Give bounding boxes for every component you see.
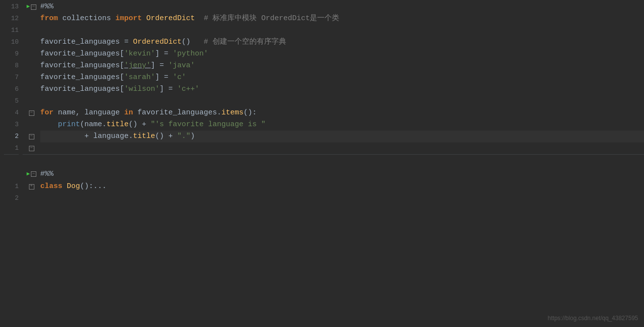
ln-1: 1 [15, 142, 19, 154]
method-title-2: title [133, 131, 155, 142]
code-line-11 [40, 25, 644, 36]
kw-import: import [115, 13, 142, 24]
for-colon: (): [243, 107, 257, 118]
class-dog: Dog [67, 181, 80, 192]
str-jeny: 'jeny' [124, 60, 151, 71]
indent-2: + language. [40, 131, 133, 142]
fold-minus-bottom[interactable]: − [31, 171, 36, 177]
gutter-5 [23, 95, 40, 107]
space3 [195, 13, 204, 24]
ln-b1: 1 [15, 181, 19, 192]
gutter-10 [23, 36, 40, 48]
code-line-1 [40, 142, 644, 154]
fold-minus-1[interactable]: − [29, 146, 34, 151]
indent-3 [40, 119, 58, 130]
ln-2: 2 [15, 131, 19, 142]
gutter-class[interactable]: + [23, 181, 40, 192]
code-area: 13 12 11 10 9 8 7 6 5 4 3 2 1 1 2 ▶ − [0, 0, 644, 327]
run-button-bottom[interactable]: ▶ [27, 170, 30, 178]
str-wilson: 'wilson' [124, 83, 160, 95]
var-8: favorite_languages[ [40, 60, 124, 71]
code-line-3: print (name. title () + "'s favorite lan… [40, 119, 644, 131]
space2 [142, 13, 146, 24]
str-fav-lang: "'s favorite language is " [151, 119, 266, 130]
fold-minus-for[interactable]: − [29, 110, 34, 116]
kw-for: for [40, 107, 54, 118]
ln-11: 11 [11, 25, 19, 36]
eq-8: ] = [151, 60, 168, 71]
run-button-top[interactable]: ▶ [27, 2, 30, 11]
code-line-bottom-header: #%% [40, 167, 644, 181]
gutter-12 [23, 13, 40, 25]
ln-4: 4 [15, 107, 19, 119]
line2-rest: () + [155, 131, 177, 142]
gutter-div [23, 154, 40, 167]
for-vars: name, language [54, 107, 124, 118]
gutter-7 [23, 72, 40, 83]
code-line-2: + language. title () + "." ) [40, 131, 644, 142]
str-kevin: 'kevin' [124, 48, 155, 59]
method-title-3: title [107, 119, 129, 130]
code-lines: #%% from collections import OrderedDict … [40, 0, 644, 327]
str-c: 'c' [173, 72, 186, 83]
print-args-3: () + [129, 119, 151, 130]
kw-from: from [40, 13, 58, 24]
print-open: (name. [80, 119, 107, 130]
gutter-2[interactable]: − [23, 131, 40, 142]
code-line-4: for name, language in favorite_languages… [40, 107, 644, 119]
eq-9: ] = [155, 48, 173, 59]
ln-7: 7 [15, 72, 19, 83]
class-ordered-dict: OrderedDict [146, 13, 195, 24]
code-line-6: favorite_languages[ 'wilson' ] = 'c++' [40, 83, 644, 95]
watermark: https://blog.csdn.net/qq_43827595 [548, 314, 638, 323]
var-7: favorite_languages[ [40, 72, 124, 83]
comment-12: # 标准库中模块 OrderedDict是一个类 [204, 13, 339, 24]
parens-10: () [182, 36, 204, 48]
code-line-7: favorite_languages[ 'sarah' ] = 'c' [40, 72, 644, 83]
ln-13: 13 [11, 1, 19, 13]
str-dot: "." [177, 131, 190, 142]
eq-7: ] = [155, 72, 173, 83]
kw-in: in [124, 107, 133, 118]
ln-9: 9 [15, 48, 19, 60]
code-editor: 13 12 11 10 9 8 7 6 5 4 3 2 1 1 2 ▶ − [0, 0, 644, 327]
space1: collections [58, 13, 115, 24]
ln-3: 3 [15, 119, 19, 131]
code-line-13: #%% [40, 1, 644, 13]
ln-div [4, 154, 19, 167]
kw-class: class [40, 181, 62, 192]
str-cpp: 'c++' [177, 83, 199, 95]
gutter-b2 [23, 192, 40, 204]
fn-print: print [58, 119, 80, 130]
code-line-12: from collections import OrderedDict # 标准… [40, 13, 644, 25]
cell-marker-bottom: #%% [40, 168, 54, 180]
gutter-8 [23, 60, 40, 72]
fold-minus-top[interactable]: − [31, 4, 36, 10]
ln-8: 8 [15, 60, 19, 72]
code-line-class: class Dog ():... [40, 181, 644, 192]
ln-b2: 2 [15, 192, 19, 204]
ln-10: 10 [11, 36, 19, 48]
gutter-9 [23, 48, 40, 60]
for-iter: favorite_languages. [133, 107, 221, 118]
str-python: 'python' [173, 48, 208, 59]
gutter-4[interactable]: − [23, 107, 40, 119]
gutter-11 [23, 25, 40, 36]
var-9: favorite_languages[ [40, 48, 124, 59]
cell-divider [40, 154, 644, 167]
code-line-10: favorite_languages = OrderedDict () # 创建… [40, 36, 644, 48]
fold-minus-2[interactable]: − [29, 134, 34, 139]
fold-plus-class[interactable]: + [29, 184, 34, 190]
cell-marker-top: #%% [40, 1, 54, 12]
method-items: items [221, 107, 243, 118]
code-line-bottom-empty [40, 192, 644, 204]
gutter-bottom-header[interactable]: ▶ − [23, 167, 40, 181]
str-sarah: 'sarah' [124, 72, 155, 83]
comment-10: # 创建一个空的有序字典 [204, 36, 286, 48]
line2-close: ) [190, 131, 195, 142]
gutter-6 [23, 83, 40, 95]
gutter: ▶ − − − [23, 0, 40, 327]
ln-5: 5 [15, 95, 19, 107]
gutter-13[interactable]: ▶ − [23, 1, 40, 13]
gutter-1[interactable]: − [23, 142, 40, 154]
